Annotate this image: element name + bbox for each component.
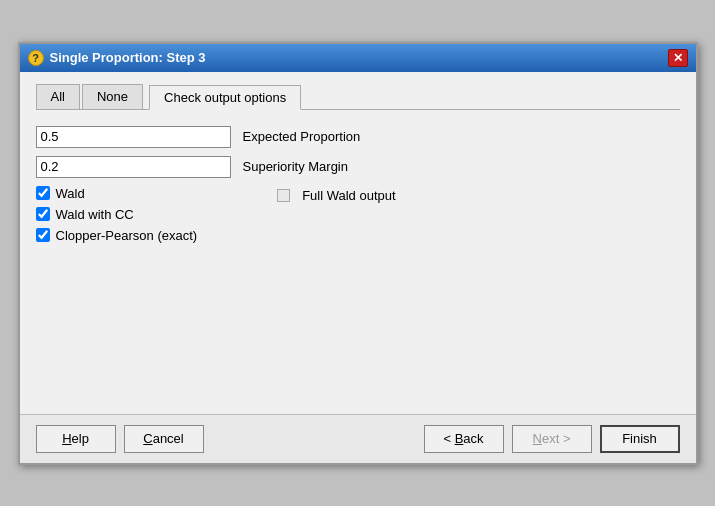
wald-checkbox[interactable] [36,186,50,200]
full-wald-label: Full Wald output [302,188,395,203]
left-checkbox-group: Wald Wald with CC Clopper-Pearson (exact… [36,186,198,249]
expected-proportion-label: Expected Proportion [243,129,361,144]
finish-button[interactable]: Finish [600,425,680,453]
superiority-margin-row: Superiority Margin [36,156,680,178]
clopper-label: Clopper-Pearson (exact) [56,228,198,243]
title-bar: ? Single Proportion: Step 3 ✕ [20,44,696,72]
expected-proportion-row: Expected Proportion [36,126,680,148]
full-wald-row: Full Wald output [277,188,395,203]
wald-cc-label: Wald with CC [56,207,134,222]
wald-row: Wald [36,186,198,201]
wald-label: Wald [56,186,85,201]
help-button[interactable]: Help [36,425,116,453]
wald-cc-checkbox[interactable] [36,207,50,221]
main-window: ? Single Proportion: Step 3 ✕ All None C… [18,42,698,465]
cancel-button[interactable]: Cancel [124,425,204,453]
close-button[interactable]: ✕ [668,49,688,67]
superiority-margin-input[interactable] [36,156,231,178]
window-title: Single Proportion: Step 3 [50,50,206,65]
tab-bar: All None Check output options [36,84,680,110]
wald-cc-row: Wald with CC [36,207,198,222]
content-area: All None Check output options Expected P… [20,72,696,414]
right-checkbox-group: Full Wald output [277,188,395,203]
main-area: Expected Proportion Superiority Margin W… [36,122,680,402]
superiority-margin-label: Superiority Margin [243,159,349,174]
bottom-bar: Help Cancel < Back Next > Finish [20,414,696,463]
title-bar-left: ? Single Proportion: Step 3 [28,50,206,66]
expected-proportion-input[interactable] [36,126,231,148]
checkboxes-container: Wald Wald with CC Clopper-Pearson (exact… [36,186,680,249]
clopper-checkbox[interactable] [36,228,50,242]
title-icon: ? [28,50,44,66]
clopper-row: Clopper-Pearson (exact) [36,228,198,243]
next-button[interactable]: Next > [512,425,592,453]
tab-all[interactable]: All [36,84,80,109]
full-wald-checkbox-disabled [277,189,290,202]
back-button[interactable]: < Back [424,425,504,453]
tab-none[interactable]: None [82,84,143,109]
tab-active: Check output options [149,85,301,110]
